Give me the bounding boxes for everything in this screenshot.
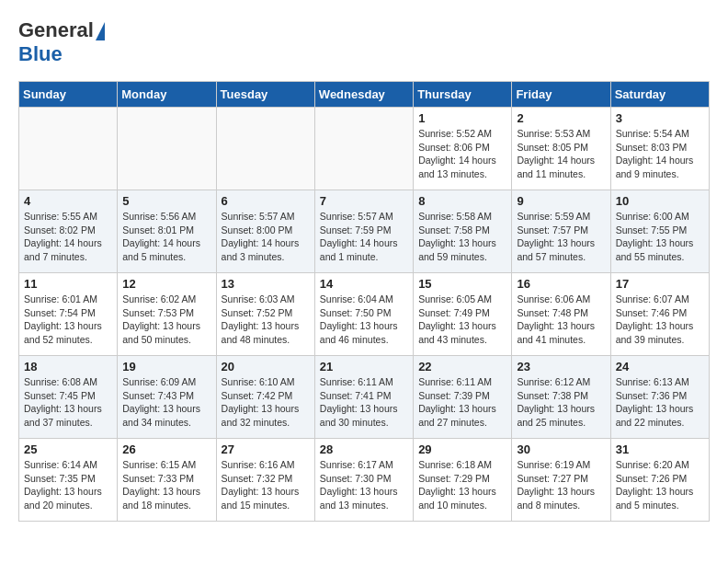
logo-general-text: General bbox=[18, 18, 94, 42]
day-number: 29 bbox=[418, 442, 506, 456]
calendar-week-row: 18Sunrise: 6:08 AMSunset: 7:45 PMDayligh… bbox=[19, 356, 710, 439]
day-number: 13 bbox=[222, 277, 310, 291]
weekday-header: Sunday bbox=[19, 82, 118, 108]
day-number: 30 bbox=[517, 442, 605, 456]
day-info: Sunrise: 6:17 AMSunset: 7:30 PMDaylight:… bbox=[320, 458, 408, 512]
calendar-cell: 24Sunrise: 6:13 AMSunset: 7:36 PMDayligh… bbox=[610, 356, 709, 439]
day-info: Sunrise: 5:56 AMSunset: 8:01 PMDaylight:… bbox=[122, 210, 210, 264]
day-number: 20 bbox=[222, 360, 310, 373]
day-info: Sunrise: 5:59 AMSunset: 7:57 PMDaylight:… bbox=[517, 210, 605, 264]
calendar-week-row: 4Sunrise: 5:55 AMSunset: 8:02 PMDaylight… bbox=[19, 190, 710, 273]
day-info: Sunrise: 5:55 AMSunset: 8:02 PMDaylight:… bbox=[24, 210, 112, 264]
calendar-cell: 4Sunrise: 5:55 AMSunset: 8:02 PMDaylight… bbox=[19, 190, 118, 273]
calendar-cell: 27Sunrise: 6:16 AMSunset: 7:32 PMDayligh… bbox=[216, 439, 314, 522]
weekday-header: Friday bbox=[512, 82, 610, 108]
calendar-cell: 16Sunrise: 6:06 AMSunset: 7:48 PMDayligh… bbox=[512, 273, 610, 356]
day-number: 3 bbox=[616, 111, 704, 125]
logo-blue-text: Blue bbox=[18, 42, 63, 65]
page-header: General Blue bbox=[18, 18, 710, 66]
calendar-cell bbox=[216, 108, 314, 190]
calendar-cell: 25Sunrise: 6:14 AMSunset: 7:35 PMDayligh… bbox=[19, 439, 118, 522]
calendar-cell: 30Sunrise: 6:19 AMSunset: 7:27 PMDayligh… bbox=[512, 439, 610, 522]
weekday-header: Wednesday bbox=[314, 82, 413, 108]
day-info: Sunrise: 6:05 AMSunset: 7:49 PMDaylight:… bbox=[418, 293, 506, 347]
calendar-cell: 18Sunrise: 6:08 AMSunset: 7:45 PMDayligh… bbox=[19, 356, 118, 439]
day-number: 2 bbox=[517, 111, 605, 125]
day-number: 27 bbox=[222, 442, 310, 456]
day-number: 21 bbox=[320, 360, 408, 373]
day-number: 31 bbox=[616, 442, 704, 456]
calendar-cell: 29Sunrise: 6:18 AMSunset: 7:29 PMDayligh… bbox=[414, 439, 512, 522]
day-info: Sunrise: 6:20 AMSunset: 7:26 PMDaylight:… bbox=[616, 458, 704, 512]
day-number: 1 bbox=[418, 111, 506, 125]
day-info: Sunrise: 5:54 AMSunset: 8:03 PMDaylight:… bbox=[616, 127, 704, 181]
calendar-cell: 7Sunrise: 5:57 AMSunset: 7:59 PMDaylight… bbox=[314, 190, 413, 273]
calendar-cell: 5Sunrise: 5:56 AMSunset: 8:01 PMDaylight… bbox=[118, 190, 216, 273]
day-info: Sunrise: 5:53 AMSunset: 8:05 PMDaylight:… bbox=[517, 127, 605, 181]
calendar-week-row: 11Sunrise: 6:01 AMSunset: 7:54 PMDayligh… bbox=[19, 273, 710, 356]
day-info: Sunrise: 6:00 AMSunset: 7:55 PMDaylight:… bbox=[616, 210, 704, 264]
day-number: 23 bbox=[517, 360, 605, 373]
logo: General Blue bbox=[18, 18, 105, 66]
calendar-cell: 19Sunrise: 6:09 AMSunset: 7:43 PMDayligh… bbox=[118, 356, 216, 439]
day-info: Sunrise: 6:14 AMSunset: 7:35 PMDaylight:… bbox=[24, 458, 112, 512]
day-number: 19 bbox=[122, 360, 210, 373]
day-number: 4 bbox=[24, 194, 112, 208]
calendar-header-row: SundayMondayTuesdayWednesdayThursdayFrid… bbox=[19, 82, 710, 108]
day-number: 26 bbox=[122, 442, 210, 456]
calendar-cell: 13Sunrise: 6:03 AMSunset: 7:52 PMDayligh… bbox=[216, 273, 314, 356]
day-info: Sunrise: 6:03 AMSunset: 7:52 PMDaylight:… bbox=[222, 293, 310, 347]
day-info: Sunrise: 6:19 AMSunset: 7:27 PMDaylight:… bbox=[517, 458, 605, 512]
calendar-week-row: 1Sunrise: 5:52 AMSunset: 8:06 PMDaylight… bbox=[19, 108, 710, 190]
day-info: Sunrise: 6:10 AMSunset: 7:42 PMDaylight:… bbox=[222, 375, 310, 430]
calendar-cell bbox=[314, 108, 413, 190]
calendar-table: SundayMondayTuesdayWednesdayThursdayFrid… bbox=[18, 81, 710, 522]
day-number: 9 bbox=[517, 194, 605, 208]
day-info: Sunrise: 5:57 AMSunset: 7:59 PMDaylight:… bbox=[320, 210, 408, 264]
calendar-cell: 22Sunrise: 6:11 AMSunset: 7:39 PMDayligh… bbox=[414, 356, 512, 439]
day-number: 22 bbox=[418, 360, 506, 373]
day-number: 24 bbox=[616, 360, 704, 373]
day-info: Sunrise: 5:58 AMSunset: 7:58 PMDaylight:… bbox=[418, 210, 506, 264]
calendar-cell: 2Sunrise: 5:53 AMSunset: 8:05 PMDaylight… bbox=[512, 108, 610, 190]
day-number: 17 bbox=[616, 277, 704, 291]
day-info: Sunrise: 6:12 AMSunset: 7:38 PMDaylight:… bbox=[517, 375, 605, 430]
calendar-cell: 26Sunrise: 6:15 AMSunset: 7:33 PMDayligh… bbox=[118, 439, 216, 522]
calendar-cell bbox=[19, 108, 118, 190]
calendar-cell: 9Sunrise: 5:59 AMSunset: 7:57 PMDaylight… bbox=[512, 190, 610, 273]
calendar-cell: 21Sunrise: 6:11 AMSunset: 7:41 PMDayligh… bbox=[314, 356, 413, 439]
calendar-cell: 11Sunrise: 6:01 AMSunset: 7:54 PMDayligh… bbox=[19, 273, 118, 356]
day-number: 12 bbox=[122, 277, 210, 291]
calendar-cell bbox=[118, 108, 216, 190]
day-info: Sunrise: 5:57 AMSunset: 8:00 PMDaylight:… bbox=[222, 210, 310, 264]
calendar-cell: 20Sunrise: 6:10 AMSunset: 7:42 PMDayligh… bbox=[216, 356, 314, 439]
calendar-cell: 3Sunrise: 5:54 AMSunset: 8:03 PMDaylight… bbox=[610, 108, 709, 190]
calendar-cell: 8Sunrise: 5:58 AMSunset: 7:58 PMDaylight… bbox=[414, 190, 512, 273]
calendar-cell: 23Sunrise: 6:12 AMSunset: 7:38 PMDayligh… bbox=[512, 356, 610, 439]
weekday-header: Thursday bbox=[414, 82, 512, 108]
day-info: Sunrise: 6:04 AMSunset: 7:50 PMDaylight:… bbox=[320, 293, 408, 347]
day-number: 25 bbox=[24, 442, 112, 456]
calendar-cell: 12Sunrise: 6:02 AMSunset: 7:53 PMDayligh… bbox=[118, 273, 216, 356]
day-number: 11 bbox=[24, 277, 112, 291]
calendar-cell: 6Sunrise: 5:57 AMSunset: 8:00 PMDaylight… bbox=[216, 190, 314, 273]
day-info: Sunrise: 6:01 AMSunset: 7:54 PMDaylight:… bbox=[24, 293, 112, 347]
calendar-cell: 17Sunrise: 6:07 AMSunset: 7:46 PMDayligh… bbox=[610, 273, 709, 356]
day-info: Sunrise: 6:13 AMSunset: 7:36 PMDaylight:… bbox=[616, 375, 704, 430]
weekday-header: Saturday bbox=[610, 82, 709, 108]
calendar-cell: 28Sunrise: 6:17 AMSunset: 7:30 PMDayligh… bbox=[314, 439, 413, 522]
day-number: 8 bbox=[418, 194, 506, 208]
calendar-cell: 14Sunrise: 6:04 AMSunset: 7:50 PMDayligh… bbox=[314, 273, 413, 356]
day-info: Sunrise: 6:02 AMSunset: 7:53 PMDaylight:… bbox=[122, 293, 210, 347]
calendar-week-row: 25Sunrise: 6:14 AMSunset: 7:35 PMDayligh… bbox=[19, 439, 710, 522]
day-info: Sunrise: 6:18 AMSunset: 7:29 PMDaylight:… bbox=[418, 458, 506, 512]
day-number: 7 bbox=[320, 194, 408, 208]
weekday-header: Tuesday bbox=[216, 82, 314, 108]
day-number: 16 bbox=[517, 277, 605, 291]
calendar-cell: 10Sunrise: 6:00 AMSunset: 7:55 PMDayligh… bbox=[610, 190, 709, 273]
day-info: Sunrise: 6:07 AMSunset: 7:46 PMDaylight:… bbox=[616, 293, 704, 347]
calendar-cell: 15Sunrise: 6:05 AMSunset: 7:49 PMDayligh… bbox=[414, 273, 512, 356]
day-number: 18 bbox=[24, 360, 112, 373]
day-info: Sunrise: 6:09 AMSunset: 7:43 PMDaylight:… bbox=[122, 375, 210, 430]
day-number: 14 bbox=[320, 277, 408, 291]
